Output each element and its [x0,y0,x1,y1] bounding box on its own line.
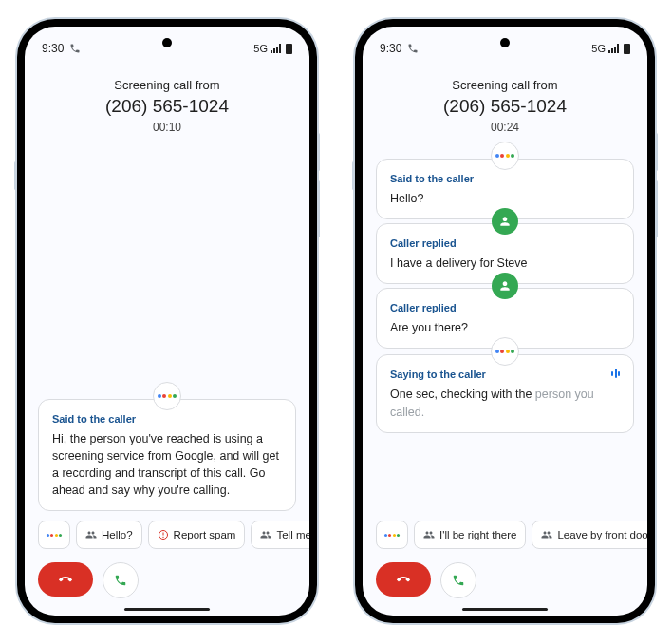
suggestion-chips: Hello? Report spam Tell me mo [25,511,309,557]
clock: 9:30 [380,42,401,55]
volume-down-button[interactable] [317,180,320,237]
svg-point-2 [162,537,163,538]
card-label: Said to the caller [390,173,620,184]
hangup-icon [397,573,410,586]
card-text: One sec, checking with the person you ca… [390,386,620,420]
battery-icon [286,44,292,54]
call-header: Screening call from (206) 565-1024 00:10 [25,61,309,142]
assistant-chip[interactable] [38,521,70,549]
transcript-area: Said to the caller Hi, the person you've… [25,142,309,511]
speaking-indicator-icon [611,369,620,378]
camera-notch [162,38,172,47]
transcript-area[interactable]: Said to the caller Hello? Caller replied… [363,142,647,511]
card-text: Are you there? [390,319,620,336]
chip-report-spam[interactable]: Report spam [148,521,246,549]
assistant-icon [47,528,61,541]
network-label: 5G [591,43,606,54]
chip-leave-front-door[interactable]: Leave by front door [532,521,647,549]
phone-status-icon [407,43,419,54]
phone-icon [452,574,465,587]
home-indicator[interactable] [462,608,548,611]
phone-mockup-1: 9:30 5G Screening call from (206) 565-10… [17,19,317,623]
group-icon [541,529,552,540]
group-icon [423,529,435,540]
card-label: Said to the caller [52,413,282,425]
chip-label: Tell me mo [276,529,309,540]
camera-notch [500,38,510,47]
card-text: I have a delivery for Steve [390,255,620,272]
volume-down-button[interactable] [655,180,658,237]
header-title: Screening call from [363,78,647,92]
card-label: Caller replied [390,237,620,249]
assistant-chip[interactable] [376,521,408,549]
hangup-button[interactable] [376,562,431,597]
chip-label: I'll be right there [439,529,516,540]
caller-avatar-icon [492,208,518,235]
hangup-button[interactable] [38,562,93,597]
signal-icon [271,44,281,53]
call-timer: 00:24 [363,121,647,134]
home-indicator[interactable] [124,608,210,611]
screen: 9:30 5G Screening call from (206) 565-10… [363,27,647,616]
call-actions [25,557,309,616]
clock: 9:30 [42,42,64,55]
call-timer: 00:10 [25,121,309,134]
answer-button[interactable] [103,562,139,598]
power-button[interactable] [352,161,355,190]
group-icon [85,529,97,540]
chip-be-right-there[interactable]: I'll be right there [414,521,526,549]
chip-label: Leave by front door [557,529,647,540]
hangup-icon [59,573,72,586]
caller-number: (206) 565-1024 [363,96,647,117]
chip-tell-more[interactable]: Tell me mo [251,521,309,549]
screen: 9:30 5G Screening call from (206) 565-10… [25,27,309,616]
answer-button[interactable] [440,562,476,598]
transcript-card-said: Said to the caller Hi, the person you've… [38,399,296,512]
phone-mockup-2: 9:30 5G Screening call from (206) 565-10… [355,19,655,623]
power-button[interactable] [14,161,17,190]
chip-label: Hello? [102,529,133,540]
call-header: Screening call from (206) 565-1024 00:24 [363,61,647,142]
assistant-icon [153,382,181,410]
signal-icon [608,44,619,53]
caller-number: (206) 565-1024 [25,96,309,117]
battery-icon [624,44,630,54]
card-text: Hi, the person you've reached is using a… [52,430,282,500]
volume-up-button[interactable] [317,133,320,171]
assistant-icon [491,142,519,170]
chip-label: Report spam [174,529,236,540]
card-label: Saying to the caller [390,369,620,380]
phone-icon [114,574,127,587]
transcript-card-saying: Saying to the caller One sec, checking w… [376,354,634,432]
spam-icon [158,529,169,540]
card-text: Hello? [390,190,620,207]
assistant-icon [385,528,399,541]
chip-hello[interactable]: Hello? [76,521,142,549]
volume-up-button[interactable] [655,133,658,171]
call-actions [363,557,647,616]
header-title: Screening call from [25,78,309,92]
group-icon [260,529,271,540]
suggestion-chips: I'll be right there Leave by front door [363,511,647,557]
card-label: Caller replied [390,302,620,313]
phone-status-icon [69,43,81,54]
network-label: 5G [253,43,268,54]
